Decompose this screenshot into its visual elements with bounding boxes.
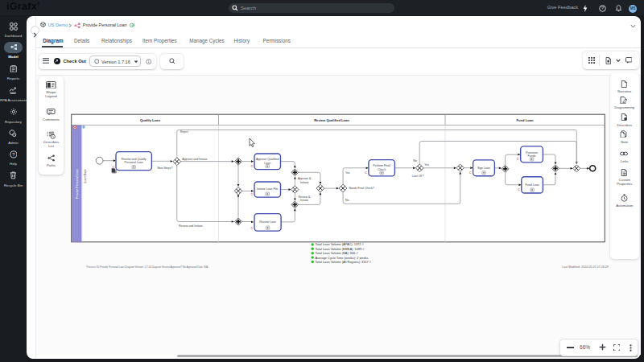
svg-text:Total Loan Volume (APAC): 1372: Total Loan Volume (APAC): 1372 # bbox=[316, 242, 365, 246]
svg-text:Personal Loan: Personal Loan bbox=[125, 161, 143, 164]
svg-text:Approve Qualified: Approve Qualified bbox=[256, 158, 279, 161]
svg-text:Fund Loan: Fund Loan bbox=[517, 118, 534, 122]
svg-text:Yes: Yes bbox=[424, 163, 429, 167]
svg-text:Fund Loan: Fund Loan bbox=[526, 183, 539, 187]
svg-text:Average Cycle Time (weeks): 2: Average Cycle Time (weeks): 2 weeks bbox=[316, 256, 369, 260]
svg-text:Approve and Initiate: Approve and Initiate bbox=[182, 158, 207, 161]
svg-text:Reject: Reject bbox=[180, 130, 188, 134]
svg-text:Yes: Yes bbox=[345, 171, 350, 175]
svg-text:Approve &: Approve & bbox=[298, 177, 312, 180]
svg-text:Provision: Provision bbox=[526, 151, 538, 154]
svg-text:Review and Initiate: Review and Initiate bbox=[179, 224, 203, 228]
svg-text:Qualify Loan: Qualify Loan bbox=[140, 118, 160, 122]
svg-text:Review Loan: Review Loan bbox=[259, 220, 276, 224]
svg-text:Provide Personal Loan: Provide Personal Loan bbox=[76, 169, 79, 199]
svg-text:Last Modified: 2024-05-07 07:2: Last Modified: 2024-05-07 07:26:29 bbox=[562, 265, 609, 269]
svg-text:No: No bbox=[345, 199, 349, 202]
svg-text:Initiate: Initiate bbox=[300, 181, 308, 184]
svg-text:Review and Qualify: Review and Qualify bbox=[122, 158, 147, 161]
svg-text:New Steps?: New Steps? bbox=[158, 167, 173, 170]
svg-text:Funds: Funds bbox=[528, 154, 536, 158]
svg-text:Initiate Loan File: Initiate Loan File bbox=[257, 187, 278, 191]
svg-text:Sign Loan: Sign Loan bbox=[477, 167, 490, 170]
svg-text:Total Loan Volume (EMEA): 1099: Total Loan Volume (EMEA): 1099 # bbox=[316, 247, 365, 251]
svg-text:Process: ID Provide Personal: Process: ID Provide Personal Loan Diagra… bbox=[87, 265, 208, 269]
svg-text:Review Qualified Loan: Review Qualified Loan bbox=[314, 118, 349, 122]
svg-text:Check: Check bbox=[378, 168, 386, 171]
svg-text:Perform Final: Perform Final bbox=[373, 164, 390, 167]
svg-text:Total Loan Volume (All Regions: Total Loan Volume (All Regions): 3317 # bbox=[316, 260, 372, 264]
svg-text:Total Loan Volume (NA): 846 #: Total Loan Volume (NA): 846 # bbox=[316, 251, 359, 255]
svg-text:Initiate: Initiate bbox=[300, 199, 308, 202]
svg-text:No: No bbox=[413, 159, 417, 162]
svg-text:Loan OK?: Loan OK? bbox=[412, 175, 424, 178]
svg-text:Review &: Review & bbox=[299, 195, 311, 199]
svg-text:Loan Dept: Loan Dept bbox=[84, 169, 87, 183]
svg-text:Needs Final Check?: Needs Final Check? bbox=[349, 187, 374, 190]
